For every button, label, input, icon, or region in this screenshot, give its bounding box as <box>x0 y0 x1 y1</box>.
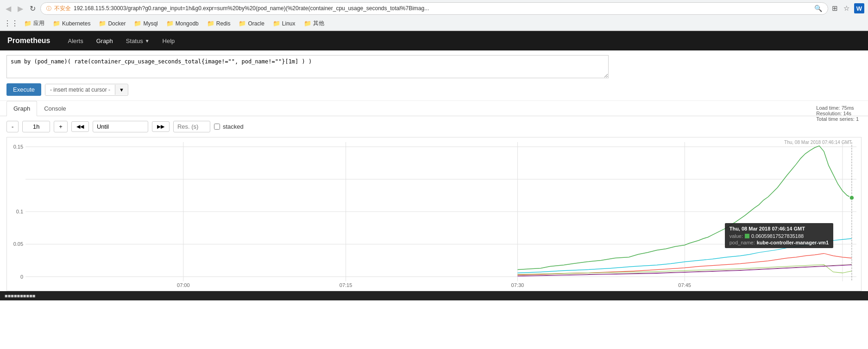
tooltip-color-swatch <box>745 234 749 238</box>
chart-tooltip: Thu, 08 Mar 2018 07:46:14 GMT value: 0.0… <box>725 223 833 248</box>
folder-icon: 📁 <box>134 20 141 27</box>
tab-console-label: Console <box>44 105 66 112</box>
query-area: sum by (pod_name)( rate(container_cpu_us… <box>0 50 868 101</box>
bookmark-redis[interactable]: 📁 Redis <box>204 19 233 28</box>
folder-icon: 📁 <box>207 20 214 27</box>
bookmark-linux[interactable]: 📁 Linux <box>270 19 298 28</box>
bookmark-label: Linux <box>282 20 296 27</box>
search-icon: 🔍 <box>814 5 822 12</box>
bookmark-oracle[interactable]: 📁 Oracle <box>236 19 267 28</box>
load-time: Load time: 75ms <box>816 105 859 111</box>
query-textarea[interactable]: sum by (pod_name)( rate(container_cpu_us… <box>6 55 609 78</box>
security-icon: ⓘ <box>46 5 51 12</box>
total-series: Total time series: 1 <box>816 116 859 122</box>
bookmark-docker[interactable]: 📁 Docker <box>96 19 128 28</box>
bookmark-mongodb[interactable]: 📁 Mongodb <box>164 19 201 28</box>
svg-text:Thu, 08 Mar 2018 07:46:14 GMT: Thu, 08 Mar 2018 07:46:14 GMT <box>784 140 852 145</box>
url-text: 192.168.115.5:30003/graph?g0.range_input… <box>74 5 811 12</box>
resolution-input[interactable] <box>173 121 210 132</box>
tab-console[interactable]: Console <box>37 101 73 116</box>
svg-text:0.15: 0.15 <box>13 144 23 150</box>
folder-icon: 📁 <box>239 20 246 27</box>
browser-toolbar: ◀ ▶ ↻ ⓘ 不安全 192.168.115.5:30003/graph?g0… <box>0 0 868 17</box>
query-controls: Execute - insert metric at cursor - ▼ <box>6 83 862 96</box>
bookmarks-bar: ⋮⋮ 📁 应用 📁 Kubernetes 📁 Docker 📁 Mysql 📁 … <box>0 17 868 31</box>
metric-dropdown[interactable]: - insert metric at cursor - ▼ <box>45 84 128 96</box>
svg-rect-0 <box>7 137 861 291</box>
status-dropdown-arrow: ▼ <box>145 38 150 44</box>
until-input[interactable] <box>93 121 148 132</box>
bookmark-apps[interactable]: 📁 应用 <box>21 19 47 28</box>
back-button[interactable]: ◀ <box>4 3 13 14</box>
apps-grid-icon[interactable]: ⋮⋮ <box>4 19 19 28</box>
svg-text:0: 0 <box>20 274 23 280</box>
nav-graph-label: Graph <box>96 37 113 44</box>
resolution: Resolution: 14s <box>816 111 859 116</box>
view-tabs: Graph Console <box>0 101 868 116</box>
tooltip-datetime: Thu, 08 Mar 2018 07:46:14 GMT <box>730 226 829 231</box>
tooltip-pod-value: kube-controller-manager-vm1 <box>757 240 829 245</box>
bookmark-label: Docker <box>108 20 126 27</box>
profile-icon: W <box>854 3 864 13</box>
tooltip-pod-row: pod_name: kube-controller-manager-vm1 <box>730 240 829 245</box>
bookmark-kubernetes[interactable]: 📁 Kubernetes <box>50 19 93 28</box>
bottom-bar: ■■■■■■■■■■ <box>0 291 868 300</box>
tab-graph-label: Graph <box>13 105 30 112</box>
range-minus-button[interactable]: - <box>6 121 19 132</box>
tab-graph[interactable]: Graph <box>6 101 37 116</box>
nav-alerts-label: Alerts <box>68 37 83 44</box>
reload-button[interactable]: ↻ <box>28 3 38 14</box>
graph-controls: - + ◀◀ ▶▶ stacked <box>0 116 868 137</box>
extension-button[interactable]: ⊞ <box>831 3 839 13</box>
folder-icon: 📁 <box>53 20 60 27</box>
bottom-bar-text: ■■■■■■■■■■ <box>5 293 35 299</box>
browser-chrome: ◀ ▶ ↻ ⓘ 不安全 192.168.115.5:30003/graph?g0… <box>0 0 868 31</box>
nav-alerts[interactable]: Alerts <box>61 32 89 50</box>
range-plus-button[interactable]: + <box>54 121 68 132</box>
chart-container: 0.15 0.1 0.05 0 07:00 07:15 07:30 07:45 … <box>6 137 862 291</box>
range-input[interactable] <box>22 121 50 132</box>
folder-icon: 📁 <box>304 20 311 27</box>
chart-svg: 0.15 0.1 0.05 0 07:00 07:15 07:30 07:45 … <box>7 137 861 291</box>
bookmark-label: Mysql <box>143 20 157 27</box>
bookmark-label: Oracle <box>248 20 264 27</box>
stacked-text: stacked <box>223 123 244 130</box>
nav-help-label: Help <box>163 37 175 44</box>
prometheus-navbar: Prometheus Alerts Graph Status ▼ Help <box>0 31 868 50</box>
query-section: sum by (pod_name)( rate(container_cpu_us… <box>0 50 868 101</box>
tooltip-pod-label: pod_name: <box>730 240 755 245</box>
folder-icon: 📁 <box>24 20 31 27</box>
nav-status[interactable]: Status ▼ <box>120 32 156 50</box>
svg-point-21 <box>849 195 854 200</box>
bookmark-label: Mongodb <box>176 20 199 27</box>
back-step-button[interactable]: ◀◀ <box>71 121 89 132</box>
folder-icon: 📁 <box>166 20 174 27</box>
address-bar[interactable]: ⓘ 不安全 192.168.115.5:30003/graph?g0.range… <box>40 2 828 15</box>
bookmark-other[interactable]: 📁 其他 <box>301 19 327 28</box>
nav-graph[interactable]: Graph <box>90 32 120 50</box>
forward-button[interactable]: ▶ <box>16 3 25 14</box>
security-label: 不安全 <box>54 5 71 12</box>
metric-dropdown-arrow[interactable]: ▼ <box>115 85 128 95</box>
svg-text:0.1: 0.1 <box>16 209 23 214</box>
prometheus-title: Prometheus <box>7 37 50 45</box>
toolbar-icons: ⊞ ☆ W <box>831 3 864 13</box>
nav-help[interactable]: Help <box>156 32 182 50</box>
metric-label: - insert metric at cursor - <box>45 84 115 95</box>
folder-icon: 📁 <box>273 20 280 27</box>
bookmark-star-button[interactable]: ☆ <box>843 3 850 13</box>
stacked-label[interactable]: stacked <box>214 123 244 130</box>
svg-text:07:00: 07:00 <box>177 282 190 288</box>
forward-step-button[interactable]: ▶▶ <box>152 121 170 132</box>
bookmark-mysql[interactable]: 📁 Mysql <box>131 19 160 28</box>
svg-text:07:15: 07:15 <box>340 282 352 288</box>
svg-text:07:45: 07:45 <box>678 282 691 288</box>
nav-status-label: Status <box>126 37 143 44</box>
tooltip-value-row: value: 0.06059817527835188 <box>730 233 829 239</box>
stacked-checkbox[interactable] <box>214 124 220 130</box>
execute-button[interactable]: Execute <box>6 83 41 96</box>
folder-icon: 📁 <box>99 20 106 27</box>
svg-text:0.05: 0.05 <box>13 241 23 247</box>
bookmark-label: Redis <box>216 20 231 27</box>
svg-text:07:30: 07:30 <box>511 282 524 288</box>
